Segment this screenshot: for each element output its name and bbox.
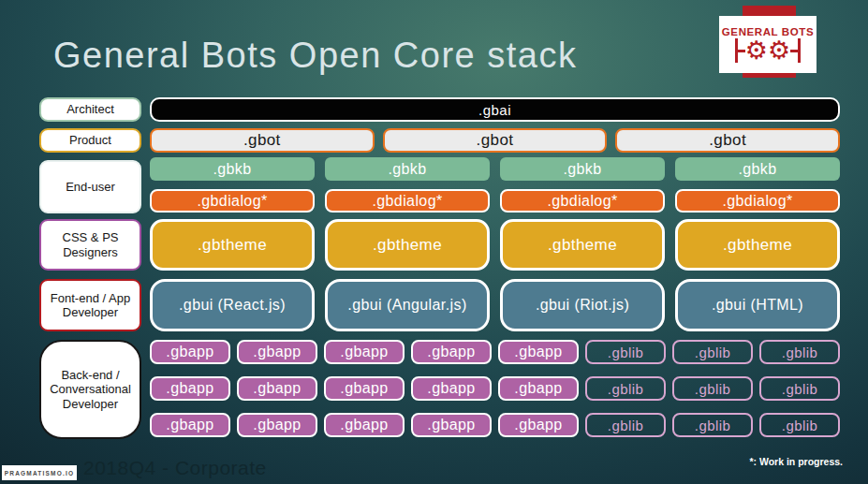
gear-icon: ⚙ (768, 38, 790, 63)
gbdialog-box: .gbdialog* (500, 189, 665, 213)
gbdialog-box: .gbdialog* (325, 189, 490, 213)
gbot-row: .gbot.gbot.gbot (150, 128, 840, 153)
gblib-box: .gblib (759, 413, 840, 437)
gbapp-box: .gbapp (150, 413, 230, 437)
gbkb-row: .gbkb.gbkb.gbkb.gbkb (150, 157, 840, 181)
gbui-box: .gbui (Riot.js) (500, 279, 665, 331)
gblib-box: .gblib (585, 376, 666, 401)
gblib-box: .gblib (585, 413, 666, 437)
gbapp-box: .gbapp (237, 376, 317, 401)
gbdialog-box: .gbdialog* (150, 189, 315, 213)
gbai-bar: .gbai (150, 97, 840, 122)
backend-row-2: .gbapp.gbapp.gbapp.gbapp.gbapp.gblib.gbl… (150, 376, 840, 401)
row-label-css-ps-designers: CSS & PS Designers (39, 219, 141, 271)
gbapp-box: .gbapp (324, 413, 405, 437)
gblib-box: .gblib (672, 340, 753, 364)
gbapp-box: .gbapp (411, 376, 492, 401)
gbapp-box: .gbapp (498, 376, 579, 401)
gblib-box: .gblib (585, 340, 666, 364)
gbapp-box: .gbapp (498, 340, 579, 364)
gbtheme-box: .gbtheme (675, 219, 840, 271)
gbui-box: .gbui (Angular.js) (325, 279, 490, 331)
row-label-end-user: End-user (39, 160, 141, 213)
gbdialog-row: .gbdialog*.gbdialog*.gbdialog*.gbdialog* (150, 189, 840, 213)
gbtheme-box: .gbtheme (150, 219, 315, 271)
gbapp-box: .gbapp (411, 413, 492, 437)
gblib-box: .gblib (672, 413, 753, 437)
gbapp-box: .gbapp (237, 340, 317, 364)
slide-canvas: General Bots Open Core stack GENERAL BOT… (0, 0, 868, 484)
row-label-architect: Architect (39, 97, 141, 122)
footer-caption: 2018Q4 - Corporate (83, 457, 267, 479)
general-bots-logo: GENERAL BOTS ⚙⚙ (719, 16, 817, 73)
gbot-box: .gbot (615, 128, 840, 153)
gblib-box: .gblib (759, 340, 840, 364)
gbot-box: .gbot (383, 128, 608, 153)
gbtheme-row: .gbtheme.gbtheme.gbtheme.gbtheme (150, 219, 840, 271)
gear-bar-right (798, 38, 801, 63)
gbapp-box: .gbapp (150, 376, 230, 401)
gbdialog-box: .gbdialog* (675, 189, 840, 213)
gbui-box: .gbui (React.js) (150, 279, 315, 331)
gears-icon: ⚙⚙ (735, 38, 801, 63)
row-label-frontend-app-developer: Font-end / App Developer (39, 279, 141, 331)
work-in-progress-footnote: *: Work in progress. (749, 456, 843, 467)
gblib-box: .gblib (672, 376, 753, 401)
gbkb-box: .gbkb (150, 157, 315, 181)
pragmatismo-logo: PRAGMATISMO.IO (2, 465, 77, 480)
gblib-box: .gblib (759, 376, 840, 401)
gbapp-box: .gbapp (237, 413, 317, 437)
gbui-box: .gbui (HTML) (675, 279, 840, 331)
gbapp-box: .gbapp (150, 340, 230, 364)
backend-row-3: .gbapp.gbapp.gbapp.gbapp.gbapp.gblib.gbl… (150, 413, 840, 437)
row-label-product: Product (39, 128, 141, 153)
gbkb-box: .gbkb (500, 157, 665, 181)
backend-row-1: .gbapp.gbapp.gbapp.gbapp.gbapp.gblib.gbl… (150, 340, 840, 364)
gbtheme-box: .gbtheme (500, 219, 665, 271)
gbui-row: .gbui (React.js).gbui (Angular.js).gbui … (150, 279, 840, 331)
gear-icon: ⚙ (745, 38, 768, 63)
gbkb-box: .gbkb (675, 157, 840, 181)
gbapp-box: .gbapp (324, 340, 405, 364)
page-title: General Bots Open Core stack (53, 36, 577, 76)
gbot-box: .gbot (150, 128, 375, 153)
gbkb-box: .gbkb (325, 157, 490, 181)
gbapp-box: .gbapp (324, 376, 405, 401)
gbapp-box: .gbapp (411, 340, 492, 364)
gbapp-box: .gbapp (498, 413, 579, 437)
gbtheme-box: .gbtheme (325, 219, 490, 271)
row-label-backend-conversational-developer: Back-end / Conversational Developer (39, 340, 141, 439)
